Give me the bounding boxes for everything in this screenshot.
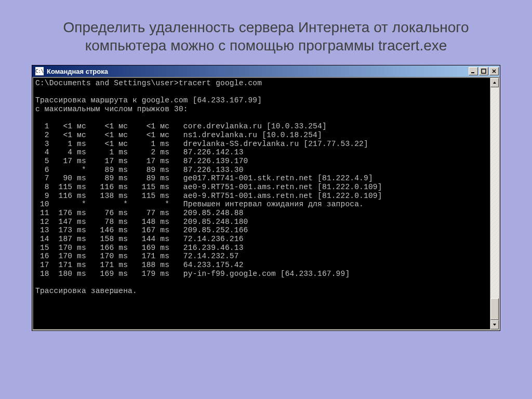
- maximize-button[interactable]: [479, 67, 488, 75]
- cmd-window: C:\ Командная строка C:\Documents and Se…: [32, 65, 500, 331]
- svg-rect-0: [471, 72, 474, 73]
- svg-rect-1: [482, 69, 486, 73]
- console-output[interactable]: C:\Documents and Settings\user>tracert g…: [33, 78, 490, 329]
- scroll-down-button[interactable]: [490, 320, 499, 329]
- window-title: Командная строка: [46, 68, 469, 75]
- scroll-up-button[interactable]: [490, 78, 499, 87]
- scroll-thumb[interactable]: [490, 298, 499, 320]
- minimize-button[interactable]: [469, 67, 478, 75]
- slide-heading: Определить удаленность сервера Интернета…: [21, 18, 511, 55]
- scroll-track[interactable]: [490, 87, 499, 320]
- app-icon: C:\: [35, 67, 44, 75]
- close-button[interactable]: [489, 67, 499, 75]
- vertical-scrollbar[interactable]: [490, 78, 499, 329]
- titlebar[interactable]: C:\ Командная строка: [32, 65, 500, 77]
